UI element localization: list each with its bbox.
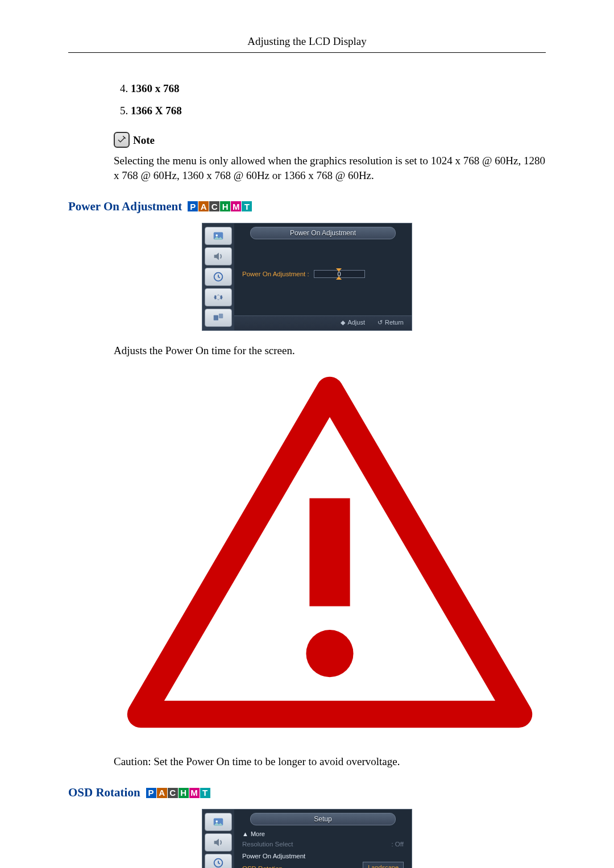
slider-value: 0 xyxy=(314,271,364,277)
page-title: Adjusting the LCD Display xyxy=(247,35,367,47)
multi-icon[interactable] xyxy=(205,309,232,327)
footer-adjust: ◆ Adjust xyxy=(341,318,365,327)
note-text: Selecting the menu is only allowed when … xyxy=(114,153,546,182)
menu-osd-rotation[interactable]: OSD Rotation Landscape Portrait xyxy=(242,863,404,868)
svg-point-8 xyxy=(215,820,218,823)
osd-footer: ◆ Adjust ↺ Return xyxy=(234,315,412,330)
list-item: 1360 x 768 xyxy=(131,81,546,96)
svg-rect-5 xyxy=(309,499,350,607)
sound-icon[interactable] xyxy=(205,833,232,852)
osd-main: Setup ▲ More Resolution Select : Off Pow… xyxy=(234,809,412,868)
clock-icon[interactable] xyxy=(205,854,232,868)
osd-sidebar xyxy=(202,223,234,330)
osd-panel: Power On Adjustment Power On Adjustment … xyxy=(202,223,412,331)
osd-rotation-options[interactable]: Landscape Portrait xyxy=(363,862,404,868)
warning-icon xyxy=(114,363,546,745)
heading-osd-rotation: OSD Rotation P A C H M T xyxy=(68,784,546,800)
osd-menu-list: ▲ More Resolution Select : Off Power On … xyxy=(234,825,412,868)
osd-power-on-screenshot: Power On Adjustment Power On Adjustment … xyxy=(68,223,546,331)
gear-icon[interactable] xyxy=(205,288,232,306)
osd-title: Power On Adjustment xyxy=(250,227,396,239)
osd-main: Power On Adjustment Power On Adjustment … xyxy=(234,223,412,330)
svg-point-6 xyxy=(306,630,353,677)
osd-panel: Setup ▲ More Resolution Select : Off Pow… xyxy=(202,809,412,868)
note-block: Note xyxy=(114,132,546,148)
note-icon xyxy=(114,132,130,148)
picture-icon[interactable] xyxy=(205,227,232,245)
resolution-value: 1360 x 768 xyxy=(131,82,180,94)
menu-power-on-adjustment[interactable]: Power On Adjustment xyxy=(242,850,404,863)
heading-text: OSD Rotation xyxy=(68,784,140,800)
list-item: 1366 X 768 xyxy=(131,103,546,118)
svg-rect-3 xyxy=(214,315,218,320)
resolution-list-block: 1360 x 768 1366 X 768 Note Selecting the… xyxy=(114,81,546,183)
svg-point-1 xyxy=(215,234,218,236)
note-label: Note xyxy=(133,133,155,148)
option-landscape[interactable]: Landscape xyxy=(363,862,403,868)
heading-text: Power On Adjustment xyxy=(68,198,182,214)
footer-return: ↺ Return xyxy=(377,318,404,327)
power-on-caution: Caution: Set the Power On time to be lon… xyxy=(114,754,546,769)
svg-rect-4 xyxy=(219,313,223,318)
resolution-value: 1366 X 768 xyxy=(131,105,182,117)
picture-icon[interactable] xyxy=(205,813,232,831)
clock-icon[interactable] xyxy=(205,268,232,286)
pachmt-badge: P A C H M T xyxy=(188,201,252,211)
osd-rotation-screenshot: Setup ▲ More Resolution Select : Off Pow… xyxy=(68,809,546,868)
pachmt-badge: P A C H M T xyxy=(146,788,210,798)
osd-sidebar xyxy=(202,809,234,868)
power-on-text-block: Adjusts the Power On time for the screen… xyxy=(114,343,546,769)
osd-label: Power On Adjustment : xyxy=(242,270,309,279)
menu-resolution-select[interactable]: Resolution Select : Off xyxy=(242,838,404,851)
resolution-list: 1360 x 768 1366 X 768 xyxy=(131,81,546,118)
page-header: Adjusting the LCD Display xyxy=(68,34,546,53)
sound-icon[interactable] xyxy=(205,247,232,265)
osd-slider-row: Power On Adjustment : 0 xyxy=(242,270,404,279)
power-on-desc: Adjusts the Power On time for the screen… xyxy=(114,343,546,358)
heading-power-on-adjustment: Power On Adjustment P A C H M T xyxy=(68,198,546,214)
osd-slider[interactable]: 0 xyxy=(314,270,365,278)
osd-more-row[interactable]: ▲ More xyxy=(242,830,404,838)
osd-title: Setup xyxy=(250,813,396,825)
osd-body: Power On Adjustment : 0 xyxy=(234,239,412,315)
